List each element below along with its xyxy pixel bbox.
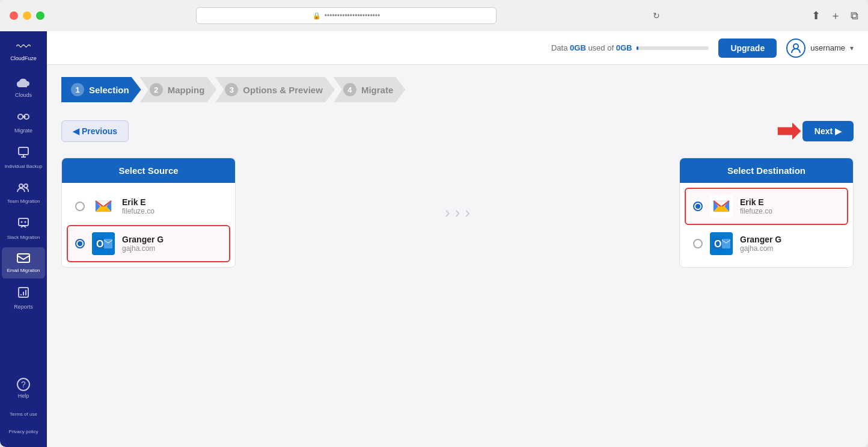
upgrade-button[interactable]: Upgrade — [718, 39, 777, 58]
sidebar-item-clouds-label: Clouds — [15, 92, 32, 99]
dest-account-erik[interactable]: Erik E filefuze.co — [685, 188, 848, 225]
migrate-icon — [17, 111, 30, 126]
new-tab-icon[interactable]: ＋ — [830, 8, 841, 23]
sidebar-item-team-migration-label: Team Migration — [7, 199, 40, 205]
step-1-number: 1 — [71, 83, 84, 96]
source-panel: Select Source — [61, 158, 236, 268]
refresh-icon[interactable]: ↻ — [653, 11, 660, 20]
dest-radio-erik[interactable] — [693, 202, 703, 211]
stepper: 1 Selection 2 Mapping 3 Options & — [61, 77, 854, 102]
step-4-label: Migrate — [361, 85, 393, 95]
sidebar-item-help-label: Help — [18, 393, 29, 399]
outlook-logo-dest-granger: O — [710, 232, 733, 255]
source-account-granger[interactable]: O Granger G gajha.com — [67, 225, 230, 262]
dest-radio-granger[interactable] — [693, 239, 703, 248]
source-panel-header: Select Source — [62, 158, 235, 183]
step-1-button[interactable]: 1 Selection — [61, 77, 141, 102]
sidebar-item-individual-backup[interactable]: Individual Backup — [2, 141, 45, 174]
svg-text:O: O — [714, 239, 721, 249]
logo-area[interactable]: 〰 CloudFuze — [10, 39, 37, 62]
url-bar[interactable]: 🔒 •••••••••••••••••••••• — [196, 7, 497, 24]
svg-rect-15 — [104, 239, 112, 248]
data-total: 0GB — [616, 43, 632, 52]
user-area[interactable]: username ▾ — [786, 39, 854, 58]
app-window: 🔒 •••••••••••••••••••••• ↻ ⬆ ＋ ⧉ 〰 Cloud… — [0, 0, 868, 447]
sidebar-item-privacy[interactable]: Privacy policy — [2, 424, 45, 440]
maximize-button[interactable] — [36, 11, 44, 20]
dest-account-granger-info: Granger G gajha.com — [740, 235, 840, 253]
sidebar-item-help[interactable]: ? Help — [2, 373, 45, 404]
team-migration-icon — [16, 182, 31, 197]
sidebar-item-team-migration[interactable]: Team Migration — [2, 177, 45, 209]
svg-point-10 — [793, 44, 798, 49]
dest-account-granger-email: gajha.com — [740, 244, 840, 253]
step-1: 1 Selection — [61, 77, 141, 102]
user-name: username — [810, 43, 845, 52]
chevron-arrow-3: › — [465, 203, 470, 222]
logo-waves-icon: 〰 — [16, 39, 31, 55]
email-migration-icon — [17, 252, 30, 266]
svg-rect-8 — [17, 254, 29, 262]
logo-text: CloudFuze — [10, 55, 37, 62]
svg-point-0 — [18, 114, 23, 119]
sidebar-item-slack-migration-label: Slack Migration — [7, 235, 40, 241]
terms-label: Terms of use — [10, 412, 37, 418]
svg-rect-2 — [19, 147, 28, 155]
url-text: •••••••••••••••••••••• — [325, 11, 380, 20]
step-2-number: 2 — [150, 83, 163, 96]
data-label: Data 0GB used of 0GB — [551, 43, 632, 52]
source-radio-granger[interactable] — [75, 239, 85, 248]
step-1-label: Selection — [89, 85, 129, 95]
app-layout: 〰 CloudFuze Clouds — [0, 31, 868, 447]
content-area: 1 Selection 2 Mapping 3 Options & — [47, 65, 868, 447]
destination-panel: Select Destination — [679, 158, 854, 268]
step-4-number: 4 — [343, 83, 356, 96]
outlook-logo-source-granger: O — [92, 232, 115, 255]
windows-icon[interactable]: ⧉ — [851, 10, 858, 22]
source-account-erik-info: Erik E filefuze.co — [122, 197, 222, 215]
step-2-button[interactable]: 2 Mapping — [140, 77, 217, 102]
next-arrow-area: ➡ Next ▶ — [776, 117, 854, 146]
svg-rect-20 — [722, 239, 730, 248]
source-account-erik-name: Erik E — [122, 197, 222, 207]
data-progress-bar — [637, 46, 709, 50]
step-3-number: 3 — [225, 83, 238, 96]
share-icon[interactable]: ⬆ — [811, 9, 821, 22]
destination-panel-header: Select Destination — [680, 158, 853, 183]
sidebar-item-terms[interactable]: Terms of use — [2, 407, 45, 422]
titlebar-right: ⬆ ＋ ⧉ — [811, 8, 858, 23]
previous-button[interactable]: ◀ Previous — [61, 120, 129, 142]
data-progress-fill — [637, 46, 638, 50]
minimize-button[interactable] — [23, 11, 31, 20]
source-radio-erik[interactable] — [75, 202, 85, 211]
sidebar-item-migrate[interactable]: Migrate — [2, 106, 45, 139]
destination-panel-body: Erik E filefuze.co — [680, 183, 853, 267]
step-3-label: Options & Preview — [243, 85, 323, 95]
step-4: 4 Migrate — [334, 77, 405, 102]
source-account-erik[interactable]: Erik E filefuze.co — [67, 188, 230, 225]
source-account-granger-name: Granger G — [122, 235, 222, 244]
step-4-button[interactable]: 4 Migrate — [334, 77, 405, 102]
svg-rect-5 — [19, 218, 28, 226]
next-button[interactable]: Next ▶ — [802, 121, 854, 141]
user-avatar — [786, 39, 805, 58]
sidebar-item-email-migration[interactable]: Email Migration — [2, 247, 45, 279]
dest-account-granger[interactable]: O Granger G gajha.com — [685, 225, 848, 262]
step-3-button[interactable]: 3 Options & Preview — [215, 77, 335, 102]
svg-point-3 — [19, 184, 23, 188]
sidebar-item-individual-backup-label: Individual Backup — [5, 164, 43, 170]
sidebar-item-reports[interactable]: Reports — [2, 281, 45, 315]
dest-account-granger-name: Granger G — [740, 235, 840, 244]
sidebar-item-slack-migration[interactable]: Slack Migration — [2, 212, 45, 245]
close-button[interactable] — [10, 11, 18, 20]
dest-account-erik-email: filefuze.co — [740, 207, 840, 215]
slack-migration-icon — [17, 217, 30, 233]
gmail-logo-dest-erik — [710, 195, 733, 218]
sidebar-item-clouds[interactable]: Clouds — [2, 72, 45, 103]
gmail-logo-source-erik — [92, 195, 115, 218]
source-account-granger-info: Granger G gajha.com — [122, 235, 222, 253]
sidebar: 〰 CloudFuze Clouds — [0, 31, 47, 447]
dest-account-erik-name: Erik E — [740, 197, 840, 207]
lock-icon: 🔒 — [313, 12, 321, 20]
source-account-erik-email: filefuze.co — [122, 207, 222, 215]
